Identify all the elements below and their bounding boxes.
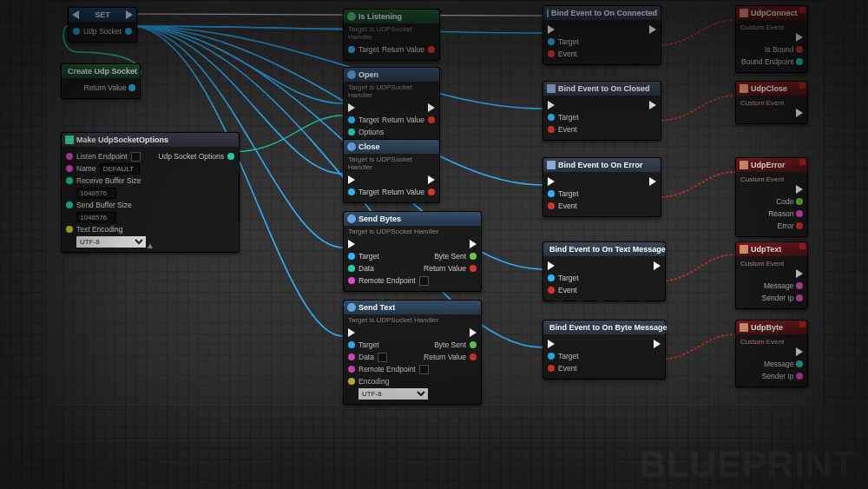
node-make-udp-socket-options[interactable]: Make UdpSocketOptions Listen EndpointUdp… — [61, 132, 240, 253]
node-event-udp-connect[interactable]: UdpConnect Custom Event Is Bound Bound E… — [735, 5, 808, 73]
name-input[interactable] — [100, 163, 140, 175]
receive-buffer-input[interactable] — [76, 188, 116, 199]
node-bind-on-connected[interactable]: Bind Event to On Connected Target Event — [542, 5, 661, 65]
node-event-udp-text[interactable]: UdpText Custom Event Message Sender Ip — [735, 241, 808, 309]
node-header: SET — [69, 8, 136, 22]
remote-endpoint-checkbox[interactable] — [419, 276, 429, 286]
node-is-listening[interactable]: Is Listening Target is UDPSocket Handler… — [343, 9, 440, 61]
function-icon — [347, 70, 356, 79]
event-icon — [547, 9, 549, 17]
custom-event-icon — [740, 161, 748, 169]
event-icon — [547, 161, 556, 169]
send-buffer-input[interactable] — [76, 212, 116, 223]
node-create-udp-socket[interactable]: Create Udp Socket Return Value — [61, 63, 141, 99]
custom-event-icon — [740, 245, 748, 254]
node-bind-on-byte-message[interactable]: Bind Event to On Byte Message Target Eve… — [542, 320, 666, 380]
node-bind-on-closed[interactable]: Bind Event to On Closed Target Event — [542, 81, 661, 141]
event-icon — [547, 84, 556, 93]
node-set-variable[interactable]: SET Udp Socket — [68, 7, 137, 43]
encoding-select[interactable]: UTF-8 — [76, 236, 146, 248]
listen-endpoint-checkbox[interactable] — [131, 152, 141, 162]
struct-icon — [65, 135, 74, 144]
node-header: Create Udp Socket — [62, 64, 140, 78]
function-icon — [347, 142, 356, 151]
node-bind-on-error[interactable]: Bind Event to On Error Target Event — [542, 157, 661, 217]
node-event-udp-error[interactable]: UdpError Custom Event Code Reason Error — [735, 157, 808, 237]
encoding-select[interactable]: UTF-8 — [358, 388, 428, 400]
data-checkbox[interactable] — [378, 353, 387, 362]
function-icon — [347, 12, 356, 21]
node-send-bytes[interactable]: Send Bytes Target is UDPSocket Handler T… — [343, 211, 482, 292]
blueprint-canvas[interactable]: SET Udp Socket Create Udp Socket Return … — [0, 0, 868, 489]
node-send-text[interactable]: Send Text Target is UDPSocket Handler Ta… — [343, 300, 482, 405]
node-close[interactable]: Close Target is UDPSocket Handler Target… — [343, 139, 440, 203]
watermark-text: BLUEPRINT — [640, 444, 856, 486]
function-icon — [347, 303, 356, 312]
custom-event-icon — [740, 323, 748, 332]
node-bind-on-text-message[interactable]: Bind Event to On Text Message Target Eve… — [542, 241, 666, 301]
remote-endpoint-checkbox[interactable] — [419, 365, 429, 374]
function-icon — [347, 215, 356, 223]
expand-caret-icon[interactable]: ▲ — [146, 241, 155, 250]
custom-event-icon — [740, 84, 748, 93]
node-open[interactable]: Open Target is UDPSocket Handler TargetR… — [343, 67, 440, 143]
custom-event-icon — [740, 9, 748, 17]
node-event-udp-byte[interactable]: UdpByte Custom Event Message Sender Ip — [735, 320, 808, 387]
node-event-udp-close[interactable]: UdpClose Custom Event — [735, 81, 808, 124]
node-header: Make UdpSocketOptions — [62, 133, 239, 147]
